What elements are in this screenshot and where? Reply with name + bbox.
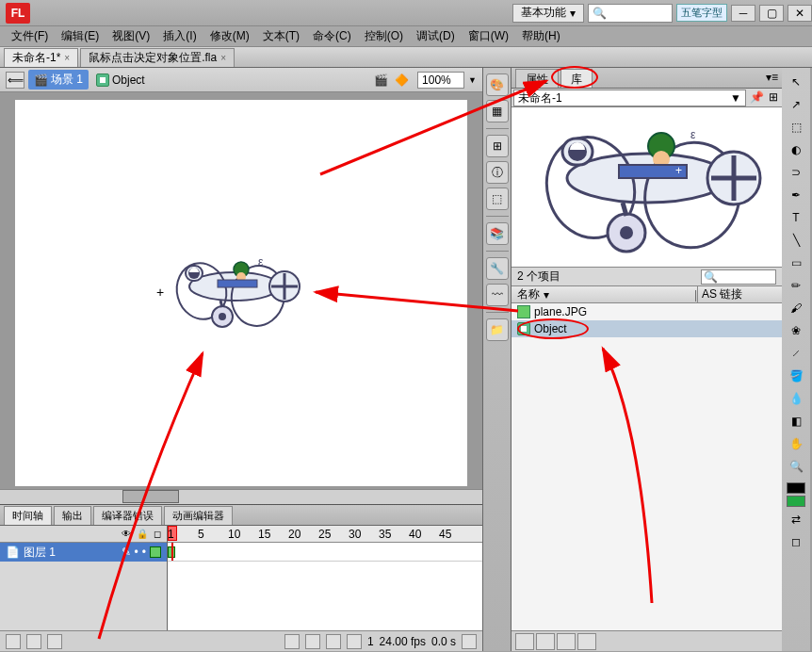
- motion-presets-icon[interactable]: 〰: [486, 284, 509, 306]
- line-tool[interactable]: ╲: [785, 230, 807, 251]
- project-panel-icon[interactable]: 📁: [486, 318, 509, 341]
- deco-tool[interactable]: ❀: [785, 320, 807, 341]
- rectangle-tool[interactable]: ▭: [785, 253, 807, 273]
- zoom-input[interactable]: [417, 72, 464, 89]
- menu-item[interactable]: 编辑(E): [56, 26, 105, 46]
- menu-item[interactable]: 文件(F): [6, 26, 54, 46]
- new-library-icon[interactable]: ⊞: [765, 89, 782, 106]
- tool-option[interactable]: ◻: [785, 531, 807, 552]
- menu-item[interactable]: 修改(M): [204, 26, 255, 46]
- col-name[interactable]: 名称 ▾: [512, 286, 694, 302]
- components-icon[interactable]: 🔧: [486, 257, 509, 280]
- hand-tool[interactable]: ✋: [785, 433, 807, 454]
- selection-tool[interactable]: ↖: [785, 72, 807, 92]
- back-button[interactable]: ⟸: [6, 72, 24, 89]
- library-item[interactable]: plane.JPG: [512, 303, 782, 320]
- symbol-breadcrumb[interactable]: Object: [92, 72, 149, 89]
- help-search-input[interactable]: 🔍: [588, 4, 673, 23]
- pencil-tool[interactable]: ✏: [785, 275, 807, 296]
- menu-item[interactable]: 命令(C): [307, 26, 357, 46]
- timeline-tab[interactable]: 动画编辑器: [164, 506, 233, 525]
- swap-colors-icon[interactable]: ⇄: [785, 509, 807, 530]
- library-columns[interactable]: 名称 ▾ | AS 链接: [512, 286, 782, 303]
- timeline-tab[interactable]: 编译器错误: [93, 506, 162, 525]
- tl-control[interactable]: [305, 634, 320, 649]
- tl-control[interactable]: [347, 634, 362, 649]
- transform-panel-icon[interactable]: ⬚: [486, 187, 509, 210]
- close-tab-icon[interactable]: ×: [64, 53, 70, 63]
- frames-area[interactable]: 151015202530354045: [168, 526, 482, 630]
- menu-item[interactable]: 视图(V): [106, 26, 155, 46]
- timeline-tab[interactable]: 时间轴: [4, 506, 52, 525]
- free-transform-tool[interactable]: ⬚: [785, 117, 807, 138]
- stage[interactable]: +: [15, 100, 467, 486]
- library-item[interactable]: Object: [512, 320, 782, 337]
- new-symbol-button[interactable]: [515, 633, 534, 650]
- scroll-thumb[interactable]: [122, 490, 179, 503]
- outline-color[interactable]: [150, 546, 161, 558]
- document-tab[interactable]: 鼠标点击决定对象位置.fla ×: [80, 48, 235, 67]
- align-panel-icon[interactable]: ⊞: [486, 135, 509, 157]
- eraser-tool[interactable]: ◧: [785, 411, 807, 432]
- stage-hscrollbar[interactable]: [0, 489, 482, 504]
- fill-swatch[interactable]: [787, 496, 805, 507]
- menu-item[interactable]: 文本(T): [257, 26, 305, 46]
- timeline-tab[interactable]: 输出: [54, 506, 91, 525]
- paint-bucket-tool[interactable]: 🪣: [785, 366, 807, 386]
- delete-button[interactable]: [577, 633, 596, 650]
- bone-tool[interactable]: ⟋: [785, 343, 807, 364]
- document-tab[interactable]: 未命名-1* ×: [4, 48, 78, 67]
- delete-layer-button[interactable]: [47, 634, 62, 649]
- edit-symbol-icon[interactable]: 🔶: [393, 72, 410, 89]
- text-tool[interactable]: T: [785, 207, 807, 228]
- 3d-rotation-tool[interactable]: ◐: [785, 139, 807, 160]
- tl-scroll-left[interactable]: [462, 634, 477, 649]
- new-layer-button[interactable]: [6, 634, 21, 649]
- menu-item[interactable]: 调试(D): [411, 26, 461, 46]
- color-panel-icon[interactable]: 🎨: [486, 73, 509, 96]
- frame-ruler[interactable]: 151015202530354045: [168, 526, 482, 543]
- eyedropper-tool[interactable]: 💧: [785, 388, 807, 409]
- menu-item[interactable]: 窗口(W): [463, 26, 514, 46]
- outline-icon[interactable]: ◻: [154, 529, 161, 539]
- lock-icon[interactable]: 🔒: [137, 529, 148, 539]
- panel-menu-icon[interactable]: ▾≡: [766, 71, 778, 84]
- properties-button[interactable]: [557, 633, 576, 650]
- stroke-swatch[interactable]: [787, 482, 805, 494]
- menu-item[interactable]: 插入(I): [157, 26, 202, 46]
- visibility-icon[interactable]: 👁: [122, 529, 131, 539]
- library-tab[interactable]: 库: [560, 69, 593, 88]
- stage-canvas[interactable]: +: [0, 92, 482, 489]
- pin-library-icon[interactable]: 📌: [748, 89, 765, 106]
- menu-item[interactable]: 控制(O): [359, 26, 409, 46]
- plane-symbol-instance[interactable]: ε: [164, 249, 305, 341]
- minimize-button[interactable]: ─: [731, 5, 755, 22]
- workspace-selector[interactable]: 基本功能 ▾: [512, 4, 584, 23]
- edit-scene-icon[interactable]: 🎬: [372, 72, 389, 89]
- frame-row[interactable]: [168, 543, 482, 562]
- maximize-button[interactable]: ▢: [759, 5, 784, 22]
- library-panel-icon[interactable]: 📚: [486, 222, 509, 245]
- new-folder-button[interactable]: [26, 634, 41, 649]
- swatches-panel-icon[interactable]: ▦: [486, 100, 509, 122]
- library-search-input[interactable]: 🔍: [701, 269, 776, 285]
- properties-tab[interactable]: 属性: [515, 69, 559, 88]
- close-tab-icon[interactable]: ×: [220, 53, 226, 63]
- menu-item[interactable]: 帮助(H): [516, 26, 566, 46]
- layer-row[interactable]: 📄 图层 1 ✎ • •: [0, 543, 167, 562]
- subselection-tool[interactable]: ↗: [785, 94, 807, 115]
- info-panel-icon[interactable]: ⓘ: [486, 161, 509, 184]
- close-button[interactable]: ✕: [788, 5, 812, 22]
- brush-tool[interactable]: 🖌: [785, 298, 807, 318]
- zoom-tool[interactable]: 🔍: [785, 456, 807, 477]
- pen-tool[interactable]: ✒: [785, 185, 807, 205]
- tl-control[interactable]: [326, 634, 341, 649]
- chevron-down-icon[interactable]: ▼: [468, 75, 477, 85]
- scene-breadcrumb[interactable]: 🎬 场景 1: [28, 70, 89, 90]
- lasso-tool[interactable]: ⊃: [785, 162, 807, 183]
- col-linkage[interactable]: AS 链接: [697, 286, 782, 302]
- new-folder-button[interactable]: [536, 633, 555, 650]
- library-doc-selector[interactable]: 未命名-1 ▼: [513, 90, 746, 106]
- library-list[interactable]: plane.JPG Object: [512, 303, 782, 630]
- tl-control[interactable]: [284, 634, 300, 649]
